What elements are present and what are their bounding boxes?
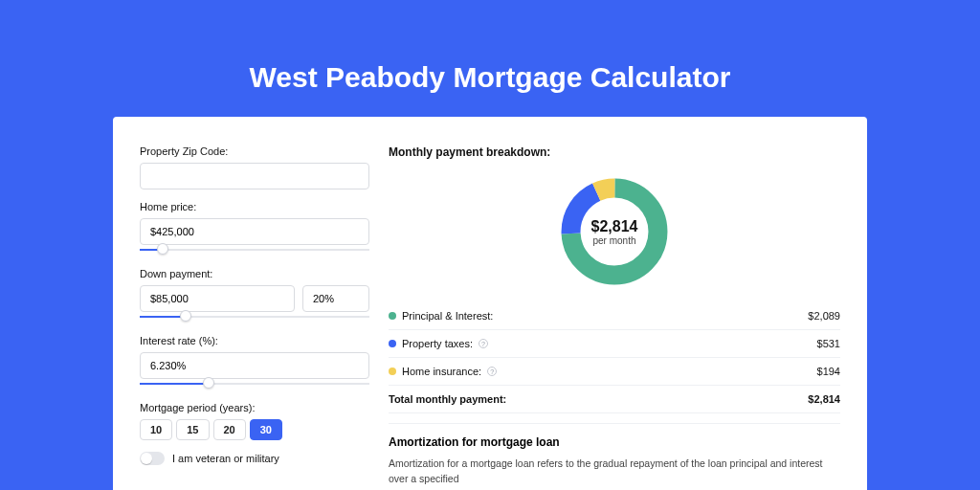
swatch-taxes xyxy=(389,340,396,347)
zip-field: Property Zip Code: xyxy=(140,145,369,189)
page-title: West Peabody Mortgage Calculator xyxy=(0,0,980,117)
down-payment-pct-input[interactable] xyxy=(302,285,369,312)
home-price-field: Home price: xyxy=(140,201,369,256)
veteran-toggle[interactable] xyxy=(140,452,165,465)
zip-label: Property Zip Code: xyxy=(140,145,369,157)
calculator-card: Property Zip Code: Home price: Down paym… xyxy=(113,117,867,490)
amortization-section: Amortization for mortgage loan Amortizat… xyxy=(389,423,840,487)
toggle-knob xyxy=(141,453,152,464)
row-value: $2,089 xyxy=(808,310,840,322)
period-label: Mortgage period (years): xyxy=(140,402,369,413)
home-price-label: Home price: xyxy=(140,201,369,212)
down-payment-amount-input[interactable] xyxy=(140,285,295,312)
period-field: Mortgage period (years): 10 15 20 30 xyxy=(140,402,369,440)
down-payment-field: Down payment: xyxy=(140,268,369,323)
interest-slider[interactable] xyxy=(140,377,369,390)
row-principal: Principal & Interest: $2,089 xyxy=(389,302,840,330)
info-icon[interactable]: ? xyxy=(479,339,488,348)
form-panel: Property Zip Code: Home price: Down paym… xyxy=(140,145,369,490)
swatch-principal xyxy=(389,312,396,320)
row-taxes: Property taxes: ? $531 xyxy=(389,330,840,358)
row-label: Principal & Interest: xyxy=(402,310,493,322)
home-price-input[interactable] xyxy=(140,218,369,245)
donut-chart-wrap: $2,814 per month xyxy=(389,168,840,302)
info-icon[interactable]: ? xyxy=(487,367,497,376)
donut-center: $2,814 per month xyxy=(557,174,672,289)
total-label: Total monthly payment: xyxy=(389,393,506,405)
period-20[interactable]: 20 xyxy=(213,419,246,440)
zip-input[interactable] xyxy=(140,163,369,189)
breakdown-panel: Monthly payment breakdown: $2,814 per mo… xyxy=(389,145,840,490)
row-total: Total monthly payment: $2,814 xyxy=(389,386,840,413)
donut-center-per: per month xyxy=(592,235,635,246)
period-30[interactable]: 30 xyxy=(250,419,282,440)
period-15[interactable]: 15 xyxy=(176,419,209,440)
interest-input[interactable] xyxy=(140,352,369,379)
down-payment-slider[interactable] xyxy=(140,310,369,323)
total-value: $2,814 xyxy=(808,393,840,405)
veteran-row: I am veteran or military xyxy=(140,452,369,465)
donut-center-amount: $2,814 xyxy=(591,218,638,235)
period-10[interactable]: 10 xyxy=(140,419,172,440)
amortization-title: Amortization for mortgage loan xyxy=(389,435,840,449)
slider-thumb[interactable] xyxy=(180,310,191,322)
amortization-text: Amortization for a mortgage loan refers … xyxy=(389,457,840,487)
interest-label: Interest rate (%): xyxy=(140,335,369,346)
interest-field: Interest rate (%): xyxy=(140,335,369,390)
swatch-insurance xyxy=(389,368,396,375)
slider-thumb[interactable] xyxy=(157,243,168,255)
row-value: $194 xyxy=(817,366,840,377)
breakdown-title: Monthly payment breakdown: xyxy=(389,145,840,159)
down-payment-label: Down payment: xyxy=(140,268,369,279)
home-price-slider[interactable] xyxy=(140,243,369,256)
period-buttons: 10 15 20 30 xyxy=(140,419,369,440)
row-insurance: Home insurance: ? $194 xyxy=(389,358,840,386)
row-value: $531 xyxy=(817,338,840,349)
veteran-label: I am veteran or military xyxy=(172,453,279,464)
slider-thumb[interactable] xyxy=(203,377,214,389)
donut-chart: $2,814 per month xyxy=(557,174,672,289)
row-label: Home insurance: xyxy=(402,366,481,377)
row-label: Property taxes: xyxy=(402,338,473,349)
